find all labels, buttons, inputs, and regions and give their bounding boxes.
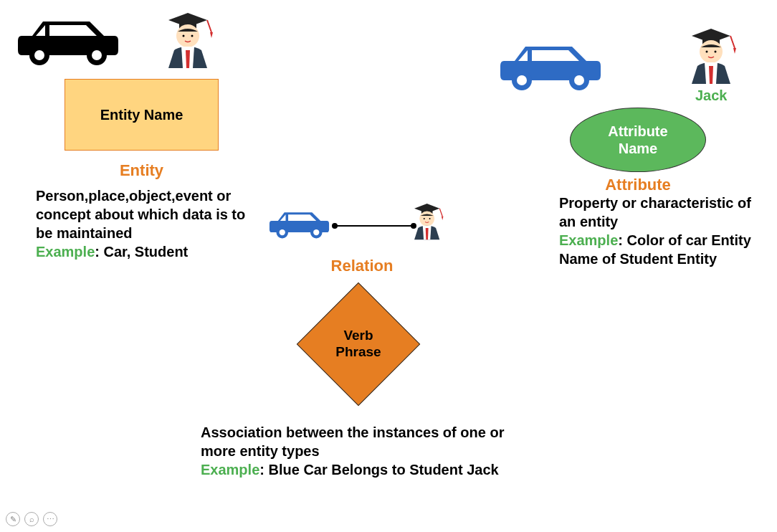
relation-line	[331, 219, 417, 233]
entity-description: Person,place,object,event or concept abo…	[36, 186, 251, 261]
relation-description: Association between the instances of one…	[201, 423, 538, 479]
svg-point-19	[424, 218, 425, 219]
svg-point-18	[419, 212, 434, 227]
attribute-title: Attribute	[570, 176, 706, 194]
presentation-controls: ✎ ⌕ ⋯	[6, 512, 57, 526]
entity-title: Entity	[65, 161, 219, 180]
jack-label: Jack	[695, 87, 728, 104]
relation-title: Relation	[301, 257, 423, 275]
svg-point-20	[429, 218, 431, 219]
svg-point-6	[176, 24, 199, 47]
svg-point-12	[313, 229, 319, 235]
student-icon	[154, 0, 222, 72]
svg-point-27	[700, 40, 723, 63]
svg-line-5	[207, 20, 211, 32]
svg-point-29	[715, 51, 717, 53]
more-icon[interactable]: ⋯	[43, 512, 57, 526]
relation-diamond: Verb Phrase	[297, 283, 419, 405]
relation-diamond-label: Verb Phrase	[330, 328, 387, 361]
svg-line-17	[439, 209, 442, 217]
entity-rectangle: Entity Name	[65, 79, 219, 151]
svg-point-1	[34, 50, 44, 60]
svg-point-7	[183, 35, 185, 37]
svg-point-8	[191, 35, 194, 37]
student-small-icon	[405, 194, 449, 244]
svg-point-22	[517, 75, 527, 85]
car-blue-icon	[493, 36, 608, 97]
svg-point-24	[574, 75, 584, 85]
svg-point-28	[706, 51, 708, 53]
attribute-description: Property or characteristic of an entity …	[559, 194, 767, 268]
pen-tool-icon[interactable]: ✎	[6, 512, 20, 526]
attribute-ellipse: Attribute Name	[570, 108, 706, 172]
car-black-icon	[11, 11, 125, 72]
car-blue-small-icon	[265, 204, 333, 244]
svg-line-26	[730, 36, 735, 48]
svg-point-3	[92, 50, 102, 60]
attribute-ellipse-label: Attribute Name	[588, 123, 688, 157]
svg-point-10	[280, 229, 285, 235]
zoom-icon[interactable]: ⌕	[24, 512, 39, 526]
student-jack-icon	[677, 16, 745, 87]
entity-box-label: Entity Name	[100, 107, 183, 123]
